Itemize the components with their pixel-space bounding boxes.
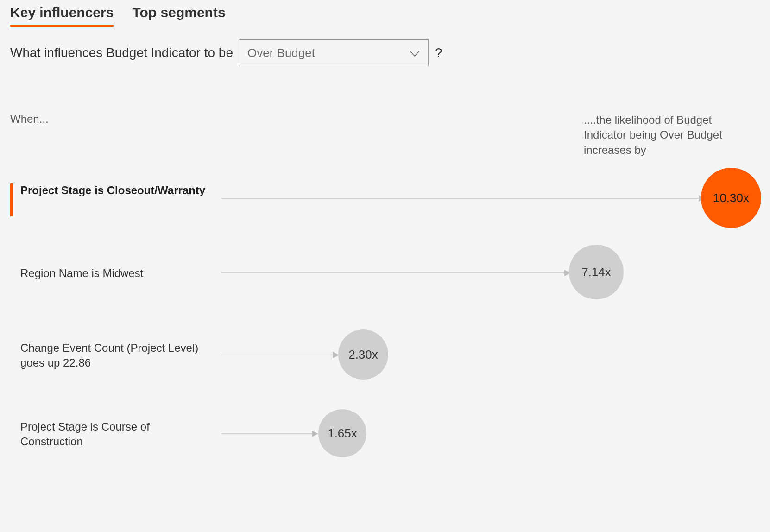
tab-key-influencers[interactable]: Key influencers (10, 5, 114, 27)
dropdown-selected: Over Budget (247, 46, 315, 60)
influencer-bubble[interactable]: 7.14x (569, 245, 624, 299)
influencer-value: 7.14x (581, 265, 611, 279)
column-header-when: When... (10, 113, 49, 126)
influencer-value: 2.30x (348, 348, 378, 362)
arrow-head-icon (312, 431, 318, 437)
influencer-value: 10.30x (713, 191, 749, 205)
arrow-line (221, 433, 312, 434)
influencer-row[interactable]: Region Name is Midwest 7.14x (0, 264, 770, 320)
question-prefix: What influences Budget Indicator to be (10, 45, 233, 60)
influencer-bubble[interactable]: 2.30x (338, 329, 388, 380)
arrow-line (221, 355, 333, 355)
selection-bar (10, 183, 13, 216)
influencer-row[interactable]: Change Event Count (Project Level) goes … (0, 341, 770, 396)
influencer-row[interactable]: Project Stage is Course of Construction … (0, 419, 770, 475)
column-header-likelihood: ....the likelihood of Budget Indicator b… (584, 113, 741, 158)
question-suffix: ? (435, 45, 442, 60)
influencer-label: Change Event Count (Project Level) goes … (20, 341, 206, 371)
influencer-value: 1.65x (328, 426, 357, 441)
influencer-bubble[interactable]: 10.30x (701, 168, 761, 228)
arrow-line (221, 198, 699, 199)
chevron-down-icon (410, 46, 420, 60)
influencer-bubble[interactable]: 1.65x (318, 409, 366, 457)
influencer-label: Region Name is Midwest (20, 266, 206, 281)
arrow-line (221, 272, 564, 273)
influencer-row[interactable]: Project Stage is Closeout/Warranty 10.30… (0, 183, 770, 243)
influencer-label: Project Stage is Course of Construction (20, 419, 206, 450)
question-line: What influences Budget Indicator to be O… (10, 39, 442, 66)
influencer-label: Project Stage is Closeout/Warranty (20, 183, 206, 198)
tab-top-segments[interactable]: Top segments (132, 5, 225, 27)
influencer-value-dropdown[interactable]: Over Budget (239, 39, 429, 66)
